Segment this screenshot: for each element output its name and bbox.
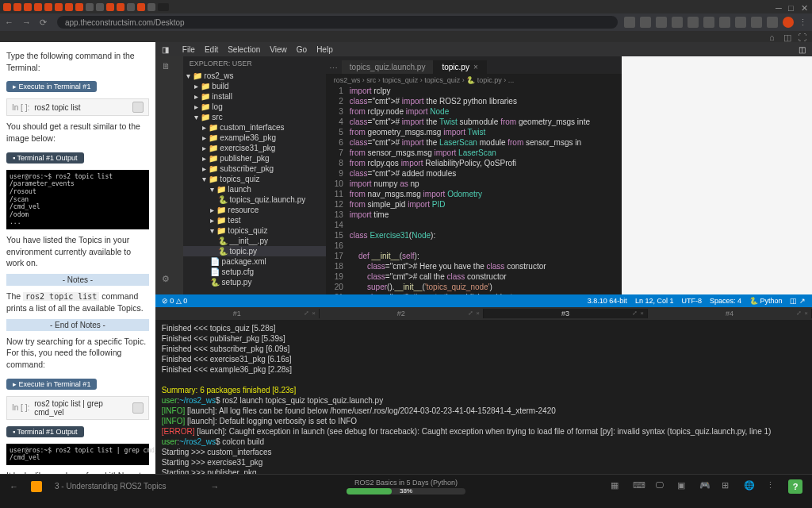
python-version[interactable]: 3.8.10 64-bit [588,297,627,305]
os-tab[interactable] [117,3,124,11]
menu-file[interactable]: File [182,45,195,54]
editor-tab-active[interactable]: topic.py× [434,60,486,74]
reload-button[interactable]: ⟳ [40,17,51,28]
terminal-tab[interactable]: #4⤢× [648,309,812,318]
cursor-position[interactable]: Ln 12, Col 1 [635,297,674,305]
os-tab[interactable] [13,3,21,11]
os-tab[interactable] [65,3,73,11]
menu-help[interactable]: Help [316,45,333,54]
execute-button[interactable]: ▸ Execute in Terminal #1 [6,81,97,92]
os-tab[interactable] [96,3,104,11]
tree-item[interactable]: 📄 setup.cfg [183,267,326,277]
tree-item[interactable]: ▸ 📁 log [183,102,326,112]
ext-icon[interactable] [656,17,667,28]
os-tab[interactable] [127,3,135,11]
tree-item[interactable]: 🐍 setup.py [183,277,326,287]
os-tab[interactable] [86,3,94,11]
terminal-output[interactable]: Finished <<< topics_quiz [5.28s]Finished… [155,320,812,474]
tree-item[interactable]: ▾ 📁 ros2_ws [183,71,326,81]
tree-item[interactable]: ▸ 📁 exercise31_pkg [183,143,326,153]
os-tab[interactable] [24,3,32,11]
menu-view[interactable]: View [270,45,287,54]
ext-icon[interactable] [751,17,762,28]
tree-item[interactable]: ▾ 📁 topics_quiz [183,225,326,236]
os-tab[interactable] [106,3,114,11]
file-explorer[interactable]: EXPLORER: USER ▾ 📁 ros2_ws▸ 📁 build▸ 📁 i… [183,56,326,294]
tree-item[interactable]: ▸ 📁 subscriber_pkg [183,164,326,174]
tab-menu-icon[interactable]: ⋯ [326,64,342,74]
settings-icon[interactable]: ⚙ [162,274,176,288]
profile-icon[interactable] [783,17,794,28]
monitor-icon[interactable]: 🖵 [655,480,668,493]
editor-content[interactable]: 1234567891011121314151617181920212223242… [326,87,622,294]
problems-status[interactable]: ⊘ 0 △ 0 [162,297,188,305]
os-tab[interactable] [3,3,11,11]
dual-pane-icon[interactable]: ◫ [783,33,791,40]
tree-item[interactable]: ▸ 📁 resource [183,205,326,215]
terminal-tab[interactable]: #1⤢× [155,309,320,318]
os-tab[interactable] [34,3,42,11]
execute-button[interactable]: ▸ Execute in Terminal #1 [6,379,97,390]
tree-item[interactable]: ▸ 📁 build [183,81,326,91]
tree-item[interactable]: ▸ 📁 install [183,91,326,102]
prev-lesson-button[interactable]: ← [10,482,18,491]
address-bar[interactable]: app.theconstructsim.com/Desktop [57,16,618,29]
ext-icon[interactable] [640,17,651,28]
ext-icon[interactable] [688,17,699,28]
code-icon[interactable]: ⌨ [633,480,645,493]
tree-item[interactable]: 📄 package.xml [183,256,326,267]
ext-icon[interactable] [672,17,683,28]
ext-icon[interactable] [703,17,714,28]
maximize-icon[interactable]: □ [788,3,796,11]
ext-icon[interactable] [624,17,635,28]
editor-tab[interactable]: topics_quiz.launch.py [342,60,435,74]
menu-selection[interactable]: Selection [228,45,260,54]
code-area[interactable]: import rclpyclass="cmt"># import the ROS… [350,87,590,294]
robot-icon[interactable]: ⊞ [722,480,734,493]
tree-item[interactable]: 🐍 topics_quiz.launch.py [183,194,326,205]
terminal-icon[interactable]: ▣ [677,480,690,493]
menu-go[interactable]: Go [297,45,307,54]
encoding[interactable]: UTF-8 [681,297,702,305]
tree-item[interactable]: 🐍 topic.py [183,246,326,256]
language-mode[interactable]: 🐍 Python [749,297,783,305]
tree-item[interactable]: ▸ 📁 custom_interfaces [183,122,326,133]
tree-item[interactable]: 🐍 __init__.py [183,236,326,246]
menu-edit[interactable]: Edit [205,45,218,54]
lesson-icon[interactable] [31,481,42,492]
notebook-icon[interactable]: ▦ [611,480,623,493]
ext-icon[interactable] [767,17,778,28]
help-button[interactable]: ? [788,479,802,494]
ext-icon[interactable] [719,17,730,28]
back-button[interactable]: ← [5,17,16,27]
tree-item[interactable]: ▾ 📁 launch [183,184,326,194]
os-tab[interactable] [147,3,155,11]
copy-icon[interactable] [132,102,144,113]
layout-icons[interactable]: ◫ ↗ [790,297,806,305]
tree-item[interactable]: ▸ 📁 example36_pkg [183,133,326,143]
close-icon[interactable]: ✕ [801,3,809,11]
tree-item[interactable]: ▾ 📁 topics_quiz [183,174,326,184]
indent-status[interactable]: Spaces: 4 [710,297,741,305]
ext-icon[interactable] [735,17,746,28]
fullscreen-icon[interactable]: ⛶ [798,33,806,40]
tree-item[interactable]: ▸ 📁 publisher_pkg [183,153,326,164]
web-icon[interactable]: 🌐 [744,480,756,493]
minimap[interactable] [590,87,622,294]
tab-close-icon[interactable]: × [473,63,478,71]
breadcrumb[interactable]: ros2_ws › src › topics_quiz › topics_qui… [326,74,622,87]
terminal-tab-active[interactable]: #3⤢× [484,309,648,318]
os-tab-active[interactable] [158,3,169,11]
forward-button[interactable]: → [22,17,33,27]
os-tab[interactable] [55,3,63,11]
terminal-tab[interactable]: #2⤢× [320,309,484,318]
os-tab[interactable] [137,3,145,11]
lesson-panel[interactable]: Type the following command in the Termin… [0,42,155,474]
tree-item[interactable]: ▾ 📁 src [183,112,326,122]
copy-icon[interactable] [132,402,144,414]
os-tab[interactable] [75,3,83,11]
minimize-icon[interactable]: ─ [776,3,783,11]
menu-icon[interactable]: ⋮ [799,17,807,28]
next-lesson-button[interactable]: → [210,482,219,491]
explorer-icon[interactable]: 🗎 [162,61,176,75]
